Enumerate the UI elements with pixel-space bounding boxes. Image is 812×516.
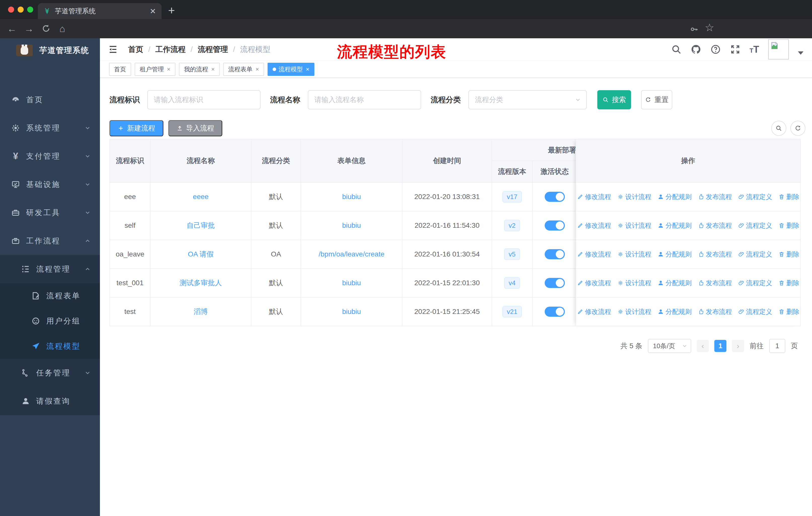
- action-edit-link[interactable]: 修改流程: [577, 307, 611, 316]
- version-tag[interactable]: v4: [504, 277, 520, 289]
- action-design-link[interactable]: 设计流程: [617, 221, 651, 230]
- action-assign-link[interactable]: 分配规则: [658, 221, 692, 230]
- reset-button[interactable]: 重置: [641, 90, 672, 109]
- action-definition-link[interactable]: 流程定义: [738, 307, 772, 316]
- minimize-window-button[interactable]: [18, 6, 24, 12]
- sidebar-item-task-management[interactable]: 任务管理: [0, 359, 100, 387]
- zoom-window-button[interactable]: [27, 6, 33, 12]
- tab-close-icon[interactable]: ✕: [150, 7, 156, 16]
- action-design-link[interactable]: 设计流程: [617, 192, 651, 201]
- avatar[interactable]: [768, 39, 789, 59]
- sidebar-item-workflow[interactable]: 工作流程: [0, 227, 100, 255]
- close-icon[interactable]: ×: [256, 66, 259, 73]
- prev-page-button[interactable]: ‹: [697, 340, 709, 352]
- page-size-select[interactable]: 10条/页: [648, 339, 691, 353]
- github-icon[interactable]: [691, 44, 701, 55]
- tag-my-process[interactable]: 我的流程×: [179, 63, 220, 76]
- action-delete-link[interactable]: 删除: [778, 192, 800, 201]
- action-edit-link[interactable]: 修改流程: [577, 250, 611, 259]
- action-delete-link[interactable]: 删除: [778, 221, 800, 230]
- version-tag[interactable]: v17: [502, 191, 522, 202]
- status-toggle[interactable]: [545, 307, 565, 317]
- sidebar-item-user-group[interactable]: 用户分组: [0, 308, 100, 333]
- breadcrumb-workflow[interactable]: 工作流程: [155, 44, 185, 55]
- current-page-button[interactable]: 1: [714, 340, 726, 352]
- process-name-link[interactable]: 滔博: [194, 307, 208, 317]
- status-toggle[interactable]: [545, 278, 565, 288]
- fullscreen-icon[interactable]: [730, 44, 741, 55]
- action-delete-link[interactable]: 删除: [778, 279, 800, 288]
- sidebar-item-leave-query[interactable]: 请假查询: [0, 387, 100, 415]
- status-toggle[interactable]: [545, 192, 565, 202]
- action-edit-link[interactable]: 修改流程: [577, 279, 611, 288]
- home-icon[interactable]: ⌂: [59, 24, 65, 34]
- action-delete-link[interactable]: 删除: [778, 307, 800, 316]
- tag-home[interactable]: 首页: [109, 63, 131, 76]
- sidebar-collapse-hamburger-icon[interactable]: [108, 44, 118, 54]
- action-publish-link[interactable]: 发布流程: [698, 221, 732, 230]
- forward-icon[interactable]: →: [24, 24, 34, 34]
- close-icon[interactable]: ×: [167, 66, 170, 73]
- version-tag[interactable]: v21: [502, 306, 522, 318]
- action-definition-link[interactable]: 流程定义: [738, 279, 772, 288]
- form-info-link[interactable]: /bpm/oa/leave/create: [319, 250, 385, 258]
- create-process-button[interactable]: 新建流程: [110, 120, 163, 136]
- process-id-input[interactable]: [147, 90, 261, 109]
- sidebar-item-infrastructure[interactable]: 基础设施: [0, 170, 100, 198]
- sidebar-item-process-model[interactable]: 流程模型: [0, 333, 100, 359]
- process-name-link[interactable]: 自己审批: [187, 221, 215, 230]
- close-window-button[interactable]: [8, 6, 14, 12]
- process-category-select[interactable]: 流程分类: [468, 90, 587, 109]
- form-info-link[interactable]: biubiu: [342, 308, 361, 316]
- action-publish-link[interactable]: 发布流程: [698, 279, 732, 288]
- process-name-link[interactable]: eeee: [193, 193, 208, 201]
- action-definition-link[interactable]: 流程定义: [738, 250, 772, 259]
- bookmark-star-icon[interactable]: ☆: [705, 23, 714, 33]
- status-toggle[interactable]: [545, 220, 565, 230]
- sidebar-item-payment[interactable]: ¥ 支付管理: [0, 142, 100, 170]
- form-info-link[interactable]: biubiu: [342, 279, 361, 287]
- hide-search-button[interactable]: [771, 121, 786, 136]
- breadcrumb-home[interactable]: 首页: [128, 44, 143, 55]
- version-tag[interactable]: v2: [504, 220, 520, 231]
- action-assign-link[interactable]: 分配规则: [658, 307, 692, 316]
- action-publish-link[interactable]: 发布流程: [698, 307, 732, 316]
- form-info-link[interactable]: biubiu: [342, 193, 361, 201]
- sidebar-item-system[interactable]: 系统管理: [0, 114, 100, 142]
- back-icon[interactable]: ←: [7, 24, 17, 34]
- tag-tenant[interactable]: 租户管理×: [135, 63, 175, 76]
- reload-icon[interactable]: [41, 24, 51, 33]
- sidebar-logo-row[interactable]: 芋道管理系统: [0, 38, 100, 62]
- action-design-link[interactable]: 设计流程: [617, 307, 651, 316]
- next-page-button[interactable]: ›: [732, 340, 744, 352]
- process-name-link[interactable]: OA 请假: [188, 249, 214, 259]
- goto-page-input[interactable]: [769, 339, 785, 353]
- sidebar-item-devtools[interactable]: 研发工具: [0, 198, 100, 227]
- font-size-icon[interactable]: TT: [750, 44, 759, 55]
- sidebar-item-process-form[interactable]: 流程表单: [0, 283, 100, 308]
- tag-process-model[interactable]: 流程模型×: [267, 63, 314, 76]
- passwords-key-icon[interactable]: [690, 25, 699, 34]
- refresh-table-button[interactable]: [790, 121, 806, 136]
- search-button[interactable]: 搜索: [597, 90, 631, 109]
- close-icon[interactable]: ×: [211, 66, 215, 73]
- new-tab-button[interactable]: +: [168, 3, 175, 17]
- sidebar-item-process-management[interactable]: 流程管理: [0, 255, 100, 283]
- help-icon[interactable]: [710, 44, 721, 55]
- action-assign-link[interactable]: 分配规则: [658, 250, 692, 259]
- action-assign-link[interactable]: 分配规则: [658, 279, 692, 288]
- close-icon[interactable]: ×: [306, 66, 309, 73]
- status-toggle[interactable]: [545, 249, 565, 259]
- action-edit-link[interactable]: 修改流程: [577, 221, 611, 230]
- tag-process-form[interactable]: 流程表单×: [223, 63, 264, 76]
- action-publish-link[interactable]: 发布流程: [698, 192, 732, 201]
- process-name-link[interactable]: 测试多审批人: [180, 278, 222, 288]
- action-assign-link[interactable]: 分配规则: [658, 192, 692, 201]
- breadcrumb-process-management[interactable]: 流程管理: [198, 44, 228, 55]
- action-delete-link[interactable]: 删除: [778, 250, 800, 259]
- action-edit-link[interactable]: 修改流程: [577, 192, 611, 201]
- process-name-input[interactable]: [308, 90, 421, 109]
- browser-tab[interactable]: 芋道管理系统 ✕: [38, 3, 162, 19]
- action-design-link[interactable]: 设计流程: [617, 279, 651, 288]
- search-icon[interactable]: [671, 44, 682, 55]
